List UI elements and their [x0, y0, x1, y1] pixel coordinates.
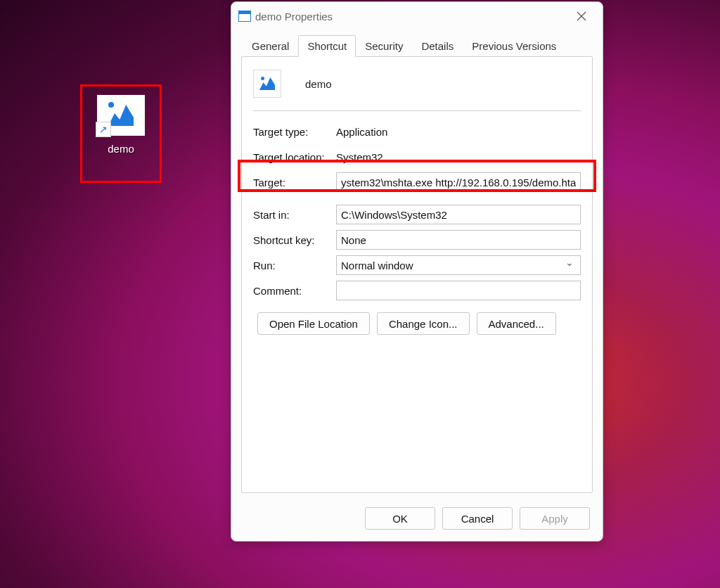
image-icon	[259, 77, 275, 90]
label-target: Target:	[253, 177, 336, 188]
tab-shortcut[interactable]: Shortcut	[298, 35, 356, 57]
tab-strip: General Shortcut Security Details Previo…	[231, 30, 603, 56]
ok-button[interactable]: OK	[365, 507, 435, 530]
properties-dialog: demo Properties General Shortcut Securit…	[231, 1, 603, 542]
tab-panel-shortcut: demo Target type: Application Target loc…	[241, 56, 593, 493]
shortcut-header-icon	[253, 70, 281, 98]
close-button[interactable]	[566, 6, 597, 26]
input-target[interactable]	[336, 172, 581, 192]
desktop-shortcut-label: demo	[108, 143, 134, 155]
input-shortcut-key[interactable]	[336, 230, 581, 250]
select-run[interactable]	[336, 255, 581, 275]
image-icon	[108, 105, 134, 126]
shortcut-overlay-icon: ↗	[96, 122, 111, 137]
label-target-type: Target type:	[253, 126, 336, 138]
tab-security[interactable]: Security	[356, 35, 412, 57]
label-target-location: Target location:	[253, 151, 336, 163]
label-run: Run:	[253, 260, 336, 271]
desktop-shortcut-icon[interactable]: ↗	[97, 95, 145, 136]
value-target-location: System32	[336, 151, 383, 163]
divider	[253, 110, 581, 111]
titlebar-text: demo Properties	[255, 11, 566, 23]
dialog-footer: OK Cancel Apply	[231, 500, 603, 541]
value-target-type: Application	[336, 126, 387, 138]
input-comment[interactable]	[336, 281, 581, 300]
label-shortcut-key: Shortcut key:	[253, 234, 336, 246]
titlebar-app-icon	[238, 11, 251, 22]
desktop-shortcut-highlight: ↗ demo	[80, 84, 162, 183]
titlebar: demo Properties	[231, 2, 603, 30]
open-file-location-button[interactable]: Open File Location	[257, 312, 370, 335]
change-icon-button[interactable]: Change Icon...	[377, 312, 470, 335]
advanced-button[interactable]: Advanced...	[477, 312, 556, 335]
tab-details[interactable]: Details	[412, 35, 463, 57]
label-comment: Comment:	[253, 285, 336, 297]
input-start-in[interactable]	[336, 205, 581, 224]
tab-previous-versions[interactable]: Previous Versions	[463, 35, 565, 57]
tab-general[interactable]: General	[243, 35, 298, 57]
shortcut-header-name: demo	[305, 78, 332, 90]
cancel-button[interactable]: Cancel	[442, 507, 513, 530]
apply-button[interactable]: Apply	[520, 507, 590, 530]
label-start-in: Start in:	[253, 209, 336, 221]
close-icon	[577, 11, 586, 21]
